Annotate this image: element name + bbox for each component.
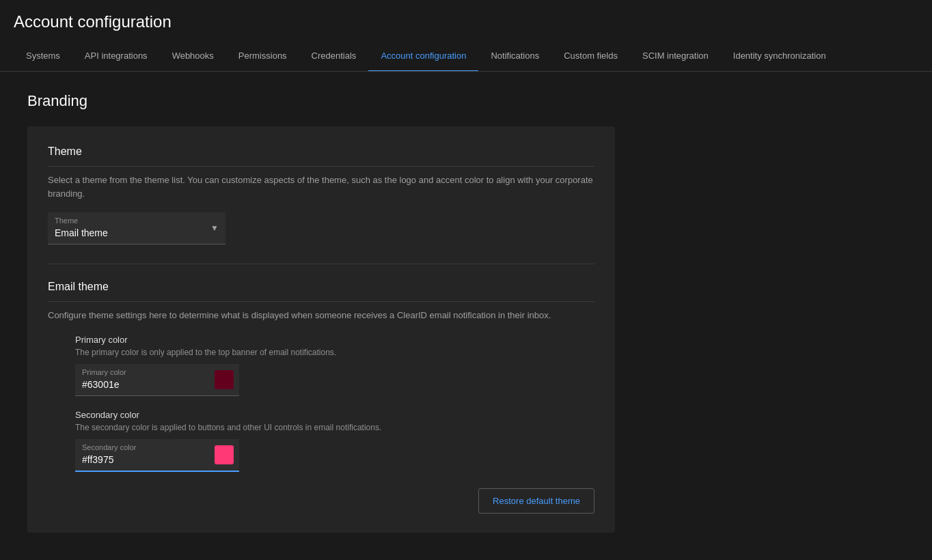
secondary-color-sublabel: Secondary color (75, 439, 215, 451)
theme-section-title: Theme (48, 145, 594, 167)
email-theme-title: Email theme (48, 281, 594, 302)
secondary-color-value: #ff3975 (75, 451, 215, 471)
theme-section: Theme Select a theme from the theme list… (48, 145, 594, 244)
nav-item-webhooks[interactable]: Webhooks (160, 41, 226, 72)
secondary-color-input-inner: Secondary color #ff3975 (75, 439, 215, 471)
email-theme-section: Email theme Configure theme settings her… (48, 281, 594, 514)
theme-select[interactable]: Email theme Default theme Custom theme (48, 225, 225, 244)
nav-item-permissions[interactable]: Permissions (226, 41, 299, 72)
nav-item-account-configuration[interactable]: Account configuration (368, 41, 478, 72)
section-divider (48, 264, 594, 264)
secondary-color-group: Secondary color The secondary color is a… (48, 410, 594, 472)
secondary-color-swatch[interactable] (215, 445, 234, 464)
branding-section-title: Branding (27, 92, 905, 110)
email-theme-description: Configure theme settings here to determi… (48, 309, 594, 322)
primary-color-sublabel: Primary color (75, 364, 215, 376)
primary-color-value: #63001e (75, 376, 215, 395)
nav-item-custom-fields[interactable]: Custom fields (551, 41, 630, 72)
secondary-color-input-wrapper: Secondary color #ff3975 (75, 439, 239, 472)
theme-select-wrapper: Theme Email theme Default theme Custom t… (48, 212, 225, 244)
secondary-color-label: Secondary color (75, 410, 594, 420)
nav-item-api-integrations[interactable]: API integrations (72, 41, 160, 72)
primary-color-swatch[interactable] (215, 370, 234, 389)
primary-color-input-inner: Primary color #63001e (75, 364, 215, 395)
nav-item-identity-synchronization[interactable]: Identity synchronization (721, 41, 838, 72)
primary-color-group: Primary color The primary color is only … (48, 335, 594, 396)
primary-color-description: The primary color is only applied to the… (75, 348, 594, 357)
secondary-color-description: The secondary color is applied to button… (75, 423, 594, 432)
nav-item-notifications[interactable]: Notifications (478, 41, 551, 72)
nav-item-systems[interactable]: Systems (14, 41, 72, 72)
primary-color-input-wrapper: Primary color #63001e (75, 364, 239, 396)
theme-select-label: Theme (48, 212, 225, 225)
restore-default-theme-button[interactable]: Restore default theme (478, 488, 594, 514)
nav-item-scim-integration[interactable]: SCIM integration (630, 41, 721, 72)
primary-color-label: Primary color (75, 335, 594, 345)
page-title: Account configuration (0, 0, 932, 41)
branding-card: Theme Select a theme from the theme list… (27, 126, 615, 533)
nav-item-credentials[interactable]: Credentials (299, 41, 369, 72)
button-row: Restore default theme (48, 488, 594, 514)
nav-bar: Systems API integrations Webhooks Permis… (0, 41, 932, 72)
theme-section-description: Select a theme from the theme list. You … (48, 173, 594, 200)
